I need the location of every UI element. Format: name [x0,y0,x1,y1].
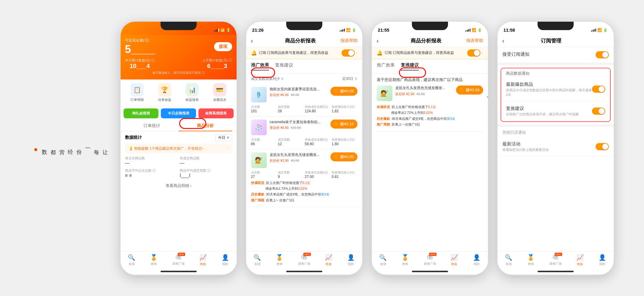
product-item-phone3: 💇 皮筋女扎头发黑色无缝发圈发... 折后价 ¥2.90 ¥2.90 🟠 赚¥0… [377,86,483,132]
product-stats-2: 点击数 86 成交笔数 12 有效成交金额(元) 58.80 有效预估收入(元)… [251,138,357,146]
btab-rank-1[interactable]: 🏅 榜单 [150,254,158,266]
tab-promote-effect-3[interactable]: 推广效果 [377,62,395,70]
tip-row-1-p3: 价偶双优 距上次推广时价格优惠了0.1元 [377,105,483,109]
icon-balance[interactable]: 💳 余额流水 [213,83,226,102]
btab-discover-3[interactable]: 🔍 发现 [379,254,387,266]
product-img-2: 🧦 [251,120,267,135]
latest-activity-toggle[interactable] [596,143,609,150]
wifi-icon-2: 📶 [346,28,351,32]
earnings-label-1: 收益 [200,262,206,266]
balance-label: 余额流水 [213,98,226,102]
btab-discover-1[interactable]: 🔍 发现 [128,254,135,266]
product-price-1: 折后价 ¥5.90 ¥5.90 [270,93,328,97]
rank-label-4: 榜单 [528,262,534,266]
recommend-again-toggle[interactable] [592,107,605,115]
earn-button-1[interactable]: 🟠 赚¥0.09 [330,87,357,96]
pstat-amount-value-3: 27.00 [305,175,331,179]
product-img-placeholder-3: 💇 [251,152,267,168]
earn-button-p3[interactable]: 🟠 赚¥0.09 [456,86,483,95]
smart-tip[interactable]: 💡 智能提醒 1个商品建议再次推广，不容错过~ › [125,144,232,154]
btab-earnings-3[interactable]: 📈 收益 [451,254,458,266]
phone-4: 11:58 📶 🔋 ‹ 订阅管理 接受订阅通知 [497,21,614,275]
latest-hot-desc: 某商品今日成交笔数超过近期大部分商品时提醒，每天最多2次 [506,88,592,97]
period-select[interactable]: 今日 ∨ [215,134,232,141]
btab-discover-4[interactable]: 🔍 发现 [505,254,512,266]
tab-product-analysis[interactable]: 商品分析 [179,121,232,131]
discover-icon-3: 🔍 [379,254,387,261]
subscribe-toggle-3[interactable] [467,49,480,57]
nav-help-3[interactable]: 报表帮助 [466,38,483,43]
view-detail-link[interactable]: 查看商品明细 › [125,181,232,191]
tab-recommend-3[interactable]: 复推建议 [401,62,419,70]
tip-text-1b-p2: 佣金率从2.72%上升到3.02% [251,186,307,191]
nav-help-2[interactable]: 报表帮助 [341,38,357,43]
earnings-label-4: 收益 [577,262,583,266]
earn-button-2[interactable]: 🟠 赚¥0.15 [330,120,357,129]
product-price-p3: 折后价 ¥2.90 ¥2.90 [395,92,453,96]
tab-recommend-2[interactable]: 复推建议 [275,62,293,70]
btab-discover-2[interactable]: 🔍 发现 [253,254,261,266]
icon-task-earnings[interactable]: 🏆 任务收益 [158,83,171,102]
gift-report-button[interactable]: 淘礼金报表 [124,108,159,118]
btab-earnings-4[interactable]: 📈 收益 [576,254,584,266]
back-button-2[interactable]: ‹ [251,37,260,44]
btab-promote-3[interactable]: 🛍 跟推广场 NEW [424,254,436,266]
btab-earnings-2[interactable]: 📈 收益 [325,254,333,266]
pstat-amount-label-1: 有效成交金额(元) [305,105,331,109]
product-name-p3: 皮筋女扎头发黑色无缝发圈发... [395,86,453,91]
profile-label-2: 我的 [348,262,354,266]
phone1-header-top: 可提现金额(元) 5____ 提现 [125,38,232,56]
btab-earnings-1[interactable]: 📈 收益 [199,254,207,266]
battery-icon-3: 🔋 [477,28,482,32]
btab-rank-4[interactable]: 🏅 榜单 [527,254,535,266]
tab-order-stats[interactable]: 订单统计 [125,121,179,131]
subscribe-notify-left: 接受订阅通知 [502,51,596,58]
btab-promote-1[interactable]: 🛍 跟推广场 NEW [173,254,185,266]
product-img-placeholder-p3: 💇 [377,86,392,101]
original-price-3: ¥2.90 [291,159,299,162]
subscribe-notify-toggle[interactable] [596,51,609,58]
gold-report-button[interactable]: 金牌高佣报表 [198,108,234,118]
prev-month-label: 上月预计收益(元) ⓘ [202,58,232,63]
product-top-3: 💇 皮筋女扎头发黑色无缝发圈发... 折后价 ¥2.90 ¥2.90 🟠 赚¥0… [251,152,357,168]
profile-label-4: 我的 [599,262,605,266]
original-price-p3: ¥2.90 [416,92,425,96]
latest-hot-toggle[interactable] [592,86,605,93]
pstat-amount-1: 有效成交金额(元) 124.80 [305,105,331,113]
earnings-report-icon: 📊 [186,83,199,96]
btab-promote-2[interactable]: 🛍 跟推广场 NEW [298,254,310,266]
earnings-icon-1: 📈 [199,254,207,261]
tip-highlight-1-p2: 0.1元 [302,181,310,185]
stats-title: 数据统计 [125,135,142,140]
btab-rank-2[interactable]: 🏅 榜单 [276,254,283,266]
btab-profile-3[interactable]: 👤 我的 [473,254,480,266]
bottom-tab-bar-3: 🔍 发现 🏅 榜单 🛍 跟推广场 NEW 📈 收益 👤 我的 [372,251,488,269]
icon-order-detail[interactable]: 📋 订单明细 [130,83,144,102]
btab-promote-4[interactable]: 🛍 跟推广场 NEW [550,254,562,266]
order-detail-icon: 📋 [130,83,144,96]
back-button-3[interactable]: ‹ [377,37,386,44]
pstat-clicks-label-2: 点击数 [251,138,277,142]
tab-promote-effect-2[interactable]: 推广效果 [251,62,269,70]
stats-header: 数据统计 今日 ∨ [125,134,232,141]
product-img-1: 🩴 [251,87,267,102]
withdraw-button[interactable]: 提现 [214,42,232,51]
pstat-clicks-value-3: 27 [251,175,277,179]
rank-icon-4: 🏅 [527,254,535,261]
nav-title-3: 商品分析报表 [386,37,466,44]
sort-option-2[interactable]: 成交笔数由多到少 ∨ [251,76,284,81]
btab-profile-1[interactable]: 👤 我的 [222,254,229,266]
nav-bar-4: ‹ 订阅管理 [498,35,614,47]
earn-button-3[interactable]: 🟠 赚¥0.09 [330,152,357,161]
notch-2 [286,22,322,30]
notch-4 [538,22,574,30]
btab-rank-3[interactable]: 🏅 榜单 [401,254,409,266]
latest-activity-title: 最新活动 [502,141,596,147]
back-button-4[interactable]: ‹ [502,37,511,44]
period-option-2[interactable]: 近30日 ∨ [342,76,357,81]
daily-report-button[interactable]: 今日必推报表 [161,108,196,118]
subscribe-toggle-2[interactable] [342,49,355,57]
btab-profile-4[interactable]: 👤 我的 [599,254,606,266]
btab-profile-2[interactable]: 👤 我的 [347,254,355,266]
icon-earnings-report[interactable]: 📊 收益报表 [186,83,199,102]
